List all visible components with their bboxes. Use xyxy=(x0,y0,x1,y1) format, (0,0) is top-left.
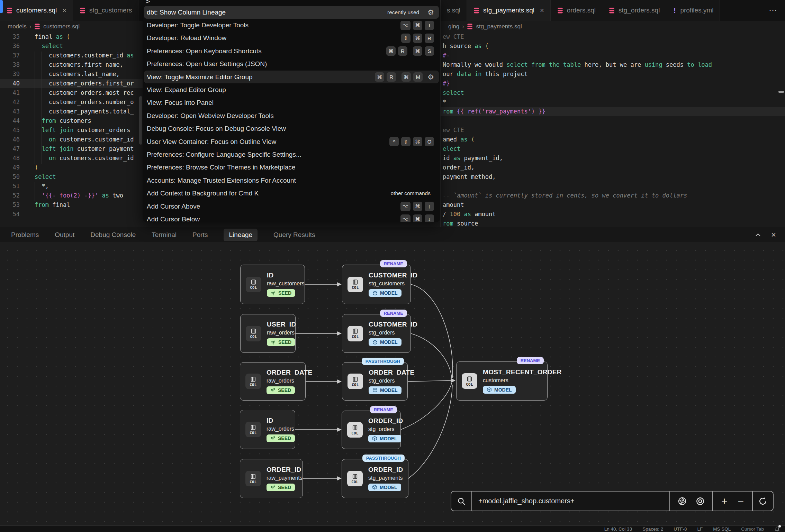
lineage-node-raw_orders-user_id[interactable]: COLUSER_IDraw_ordersSEED xyxy=(240,314,296,353)
node-title: ID xyxy=(267,272,304,279)
aperture-icon[interactable] xyxy=(678,497,687,506)
code-token: select xyxy=(443,89,464,96)
tab-s-sql[interactable]: s.sql xyxy=(441,0,467,21)
command-item[interactable]: View: Expand Editor Group xyxy=(144,83,439,96)
code-token: on xyxy=(49,155,60,162)
keybinding-group: ^⇧⌘O xyxy=(389,137,434,146)
yaml-warning-icon: ! xyxy=(673,7,677,15)
zoom-out-button[interactable]: − xyxy=(738,496,744,506)
command-item[interactable]: Developer: Reload Window⇧⌘R xyxy=(144,32,439,45)
node-title: ORDER_DATE xyxy=(267,369,313,376)
breadcrumb-file[interactable]: customers.sql xyxy=(43,23,80,30)
command-label: View: Expand Editor Group xyxy=(147,86,226,94)
code-token xyxy=(35,43,42,49)
keybinding-group: ⌘M xyxy=(401,72,423,82)
lineage-node-stg_payments-order_id[interactable]: PASSTHROUGHCOLORDER_IDstg_paymentsMODEL xyxy=(342,459,408,498)
code-editor-stg-payments-sql[interactable]: ew CTEh source as (#-Normally we would s… xyxy=(441,32,785,227)
tab-customers-sql[interactable]: customers.sql× xyxy=(0,0,73,21)
breadcrumb-folder[interactable]: models xyxy=(8,23,27,30)
more-tabs-icon[interactable]: ⋯ xyxy=(761,0,785,21)
command-item[interactable]: Add Context to Background for Cmd Kother… xyxy=(144,187,439,200)
tab-stg_payments-sql[interactable]: stg_payments.sql× xyxy=(467,0,551,21)
indent-guide xyxy=(42,52,42,164)
lineage-node-stg_orders-order_date[interactable]: PASSTHROUGHCOLORDER_DATEstg_ordersMODEL xyxy=(342,362,408,401)
zoom-in-button[interactable]: + xyxy=(721,496,728,506)
seed-icon xyxy=(271,291,276,296)
close-panel-icon[interactable]: × xyxy=(771,230,776,240)
command-item[interactable]: View: Focus into Panel xyxy=(144,97,439,109)
command-palette-prompt[interactable]: > xyxy=(146,0,150,6)
lineage-node-raw_orders-order_date[interactable]: COLORDER_DATEraw_ordersSEED xyxy=(240,362,306,401)
line-number: 46 xyxy=(0,135,20,144)
target-icon[interactable] xyxy=(696,497,705,506)
status-item-ln-40-col-33[interactable]: Ln 40, Col 33 xyxy=(604,526,632,532)
tab-orders-sql[interactable]: orders.sql xyxy=(551,0,602,21)
command-item[interactable]: dbt: Show Column Lineagerecently used⚙ xyxy=(144,6,439,19)
status-item-utf-8[interactable]: UTF-8 xyxy=(674,526,687,532)
command-item[interactable]: Preferences: Configure Language Specific… xyxy=(144,148,439,161)
command-item[interactable]: Accounts: Manage Trusted Extensions For … xyxy=(144,174,439,187)
command-item[interactable]: Preferences: Open Keyboard Shortcuts⌘R⌘S xyxy=(144,45,439,57)
line-number: 38 xyxy=(0,60,20,70)
command-item[interactable]: Add Cursor Above⌥⌘↑ xyxy=(144,200,439,213)
columns-glyph xyxy=(467,376,472,382)
badge-label: MODEL xyxy=(380,485,397,490)
lineage-node-stg_customers-customer_id[interactable]: RENAMECOLCUSTOMER_IDstg_customersMODEL xyxy=(342,265,411,304)
command-item[interactable]: Preferences: Browse Color Themes in Mark… xyxy=(144,161,439,174)
command-item[interactable]: Developer: Open Webview Developer Tools xyxy=(144,109,439,122)
gear-icon[interactable]: ⚙ xyxy=(427,73,434,81)
close-tab-icon[interactable]: × xyxy=(62,7,66,15)
lineage-node-customers-most_recent_order[interactable]: RENAMECOLMOST_RECENT_ORDERcustomersMODEL xyxy=(456,361,548,401)
panel-tab-debug-console[interactable]: Debug Console xyxy=(90,231,136,239)
panel-tab-ports[interactable]: Ports xyxy=(192,231,208,239)
status-item-cursor-tab[interactable]: Cursor Tab xyxy=(741,526,764,532)
panel-tab-query-results[interactable]: Query Results xyxy=(273,231,315,239)
close-tab-icon[interactable]: × xyxy=(540,7,544,15)
lineage-node-raw_customers-id[interactable]: COLIDraw_customersSEED xyxy=(240,265,305,304)
lineage-node-stg_orders-order_id[interactable]: RENAMECOLORDER_IDstg_ordersMODEL xyxy=(342,411,401,449)
editor-scrollbar-thumb[interactable] xyxy=(139,96,142,145)
line-number: 48 xyxy=(0,154,20,163)
column-icon-label: COL xyxy=(351,431,358,435)
code-token: customers.first_name, xyxy=(35,61,123,68)
gear-icon[interactable]: ⚙ xyxy=(427,9,434,16)
lineage-search-input[interactable] xyxy=(472,492,670,511)
tab-profiles-yml[interactable]: !profiles.yml xyxy=(666,0,720,21)
status-item-lf[interactable]: LF xyxy=(697,526,703,532)
columns-glyph xyxy=(352,425,358,431)
breadcrumb-folder[interactable]: ging xyxy=(448,23,459,30)
status-item-spaces-2[interactable]: Spaces: 2 xyxy=(642,526,663,532)
code-token xyxy=(35,127,42,134)
command-item[interactable]: Preferences: Open User Settings (JSON) xyxy=(144,58,439,71)
keycap: ⌘ xyxy=(413,214,422,222)
chevron-up-icon[interactable] xyxy=(755,231,761,238)
tab-stg_customers[interactable]: stg_customers xyxy=(73,0,139,21)
seed-badge: SEED xyxy=(267,338,295,346)
breadcrumb-file[interactable]: stg_payments.sql xyxy=(476,23,522,30)
command-item[interactable]: Debug Console: Focus on Debug Console Vi… xyxy=(144,122,439,135)
refresh-icon[interactable] xyxy=(758,497,767,506)
lineage-node-raw_payments-order_id[interactable]: COLORDER_IDraw_paymentsSEED xyxy=(240,459,303,498)
command-item[interactable]: Add Cursor Below⌥⌘↓ xyxy=(144,213,439,222)
panel-tab-terminal[interactable]: Terminal xyxy=(152,231,177,239)
panel-tab-output[interactable]: Output xyxy=(55,231,74,239)
command-item[interactable]: User View Container: Focus on Outline Vi… xyxy=(144,135,439,148)
code-token: Normally we would xyxy=(443,61,506,68)
lineage-node-raw_orders-id[interactable]: COLIDraw_ordersSEED xyxy=(240,410,295,449)
keybinding-group: ⌘R xyxy=(375,72,396,82)
command-item[interactable]: Developer: Toggle Developer Tools⌥⌘I xyxy=(144,19,439,31)
lineage-canvas[interactable]: COLIDraw_customersSEEDCOLUSER_IDraw_orde… xyxy=(0,242,785,525)
columns-glyph xyxy=(250,376,256,382)
notifications-bell[interactable] xyxy=(774,526,780,532)
command-palette: > dbt: Show Column Lineagerecently used⚙… xyxy=(143,0,440,222)
keycap: ⌘ xyxy=(413,202,422,211)
command-item[interactable]: View: Toggle Maximize Editor Group⌘R⌘M⚙ xyxy=(144,71,439,83)
model-badge: MODEL xyxy=(368,435,401,442)
command-label: Preferences: Configure Language Specific… xyxy=(147,151,301,158)
panel-tab-problems[interactable]: Problems xyxy=(11,231,39,239)
status-item-ms-sql[interactable]: MS SQL xyxy=(713,526,731,532)
code-line: our data in this project xyxy=(441,70,785,79)
tab-stg_orders-sql[interactable]: stg_orders.sql xyxy=(602,0,666,21)
lineage-node-stg_orders-customer_id[interactable]: RENAMECOLCUSTOMER_IDstg_ordersMODEL xyxy=(342,314,411,353)
panel-tab-lineage[interactable]: Lineage xyxy=(224,229,258,241)
